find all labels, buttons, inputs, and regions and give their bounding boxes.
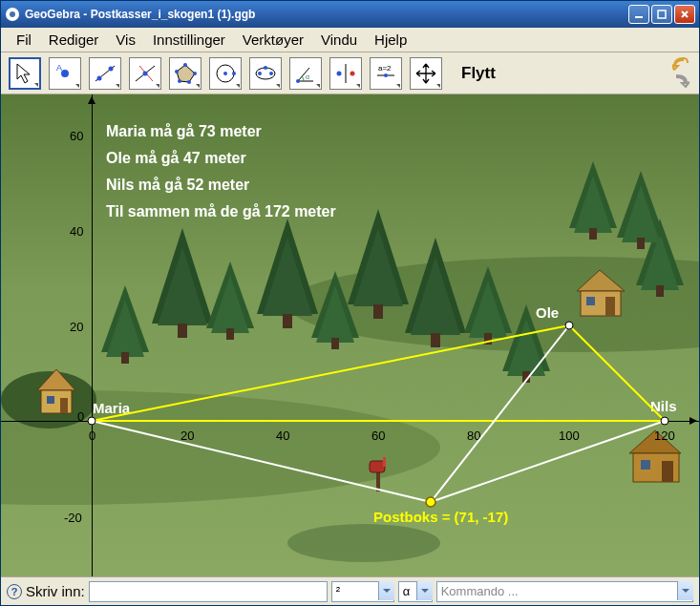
svg-point-16: [178, 79, 181, 83]
tool-name-label: Flytt: [461, 64, 496, 83]
menu-hjelp[interactable]: Hjelp: [367, 30, 414, 50]
close-button[interactable]: [674, 5, 695, 24]
svg-point-29: [350, 71, 355, 75]
titlebar[interactable]: GeoGebra - Postkasser_i_skogen1 (1).ggb: [1, 1, 699, 28]
tool-reflect[interactable]: [329, 57, 362, 90]
tool-line[interactable]: [89, 57, 121, 90]
svg-point-66: [661, 417, 668, 425]
menubar: Fil Rediger Vis Innstillinger Verktøyer …: [1, 28, 699, 52]
tool-perpendicular[interactable]: [129, 57, 161, 90]
input-bar: ? Skriv inn:: [1, 576, 699, 605]
app-window: GeoGebra - Postkasser_i_skogen1 (1).ggb …: [0, 0, 700, 606]
menu-vis[interactable]: Vis: [108, 30, 143, 50]
command-input[interactable]: [89, 581, 328, 602]
svg-point-65: [565, 322, 573, 329]
menu-rediger[interactable]: Rediger: [41, 30, 107, 50]
tool-move-view[interactable]: [410, 57, 442, 90]
tool-angle[interactable]: α: [289, 57, 322, 90]
tool-conic[interactable]: [249, 57, 282, 90]
tool-polygon[interactable]: [169, 57, 202, 90]
svg-point-1: [10, 11, 15, 17]
svg-point-25: [296, 79, 300, 83]
svg-point-8: [109, 66, 114, 71]
redo-button[interactable]: [670, 73, 691, 89]
app-icon: [5, 7, 20, 22]
undo-button[interactable]: [670, 55, 691, 72]
svg-point-20: [232, 72, 236, 75]
svg-point-4: [61, 70, 69, 77]
svg-point-11: [143, 71, 148, 75]
menu-innstillinger[interactable]: Innstillinger: [145, 30, 233, 50]
svg-line-60: [569, 325, 665, 421]
svg-point-13: [183, 63, 187, 67]
svg-point-15: [187, 80, 191, 84]
tool-circle[interactable]: [209, 57, 242, 90]
svg-point-7: [97, 75, 102, 80]
svg-line-61: [92, 421, 431, 502]
svg-point-17: [175, 70, 179, 73]
toolbar: A α a=2 Flytt: [1, 52, 699, 94]
svg-text:α: α: [306, 73, 309, 80]
menu-fil[interactable]: Fil: [9, 30, 39, 50]
maximize-button[interactable]: [651, 5, 672, 24]
svg-point-24: [264, 66, 267, 70]
svg-point-28: [337, 71, 342, 75]
menu-verktoyer[interactable]: Verktøyer: [235, 30, 311, 50]
svg-rect-3: [658, 10, 666, 18]
svg-text:a=2: a=2: [378, 64, 392, 73]
svg-text:A: A: [56, 63, 62, 73]
tool-slider[interactable]: a=2: [370, 57, 402, 90]
svg-point-19: [223, 72, 227, 75]
geometry-layer: [1, 94, 699, 576]
svg-line-63: [431, 421, 665, 502]
svg-point-23: [269, 72, 273, 75]
help-icon[interactable]: ?: [7, 584, 22, 599]
svg-point-67: [426, 497, 435, 507]
title-text: GeoGebra - Postkasser_i_skogen1 (1).ggb: [25, 8, 628, 21]
minimize-button[interactable]: [628, 5, 649, 24]
svg-point-64: [88, 417, 95, 425]
menu-vindu[interactable]: Vindu: [313, 30, 365, 50]
input-label: Skriv inn:: [26, 583, 85, 599]
svg-point-32: [384, 73, 388, 77]
svg-point-22: [258, 72, 262, 75]
svg-line-58: [92, 325, 569, 421]
graphics-view[interactable]: 0 20 40 60 80 100 120 -20 0 20 40 60 Mar…: [1, 94, 699, 576]
command-select[interactable]: [436, 581, 693, 602]
svg-line-62: [431, 325, 569, 502]
tool-point[interactable]: A: [49, 57, 81, 90]
tool-move[interactable]: [9, 57, 41, 90]
svg-point-14: [193, 72, 197, 75]
svg-rect-2: [635, 16, 643, 18]
